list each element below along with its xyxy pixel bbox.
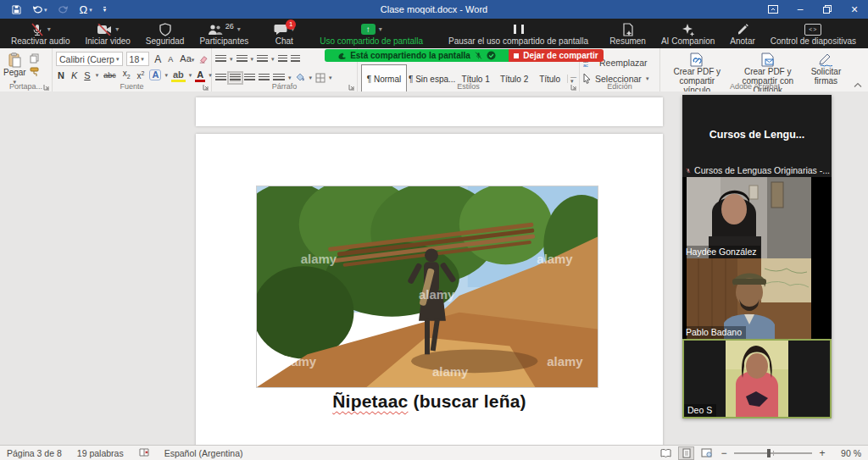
font-color-button[interactable]: A	[195, 70, 205, 80]
minimize-button[interactable]: –	[787, 0, 814, 19]
align-right-icon[interactable]	[244, 74, 255, 82]
undo-button[interactable]: ▾	[32, 5, 47, 14]
zoom-percentage[interactable]: 90 %	[832, 448, 861, 458]
strikethrough-button[interactable]: abc	[102, 69, 118, 81]
screen-share-title: Cursos de Lengu...	[682, 129, 832, 141]
caption-misspelled-word[interactable]: Ñipetaac	[332, 391, 408, 411]
close-button[interactable]: ×	[841, 0, 868, 19]
numbered-list-icon[interactable]	[236, 55, 248, 64]
clear-formatting-icon[interactable]	[199, 54, 209, 64]
customize-qat-button[interactable]: ▾	[103, 7, 107, 13]
redo-button[interactable]	[58, 5, 69, 14]
styles-dialog-launcher[interactable]	[570, 84, 577, 91]
share-screen-button[interactable]: ↑ ▾ Uso compartido de pantalla	[308, 19, 435, 48]
video-tile-haydee[interactable]: Haydée González	[682, 177, 832, 258]
zoom-out-button[interactable]: −	[720, 447, 728, 459]
video-options-chevron[interactable]: ▾	[115, 25, 119, 33]
borders-icon[interactable]	[315, 73, 326, 83]
summary-button[interactable]: Resumen	[602, 19, 654, 48]
symbol-button[interactable]: Ω ▾	[80, 4, 92, 15]
print-layout-button[interactable]	[679, 447, 693, 459]
undo-dropdown[interactable]: ▾	[44, 7, 47, 13]
shading-icon[interactable]	[295, 73, 306, 83]
page-indicator[interactable]: Página 3 de 8	[7, 448, 70, 458]
security-button[interactable]: Seguridad	[138, 19, 192, 48]
pdf-link-icon	[689, 53, 704, 67]
collapse-ribbon-chevron[interactable]	[854, 82, 862, 88]
pencil-icon	[737, 23, 749, 36]
web-layout-button[interactable]	[699, 447, 714, 459]
bold-button[interactable]: N	[56, 69, 66, 81]
muted-mic-indicator-icon	[686, 166, 691, 175]
justify-icon[interactable]	[259, 74, 270, 82]
proofing-status-button[interactable]	[131, 447, 157, 459]
highlight-button[interactable]: ab	[171, 70, 186, 80]
meeting-participants-panel: Cursos de Lengu... Cursos de Lenguas Ori…	[682, 95, 832, 418]
save-button[interactable]	[12, 5, 21, 14]
chat-button[interactable]: ▾ 1 Chat	[260, 19, 308, 48]
share-screen-icon: ↑	[361, 24, 376, 35]
undo-icon	[32, 5, 42, 14]
participants-chevron[interactable]: ▾	[237, 25, 241, 33]
underline-dropdown[interactable]: ▾	[96, 72, 99, 79]
video-tile-pablo[interactable]: Pablo Badano	[682, 258, 832, 339]
superscript-button[interactable]: x2	[136, 68, 147, 82]
document-page[interactable]: alamy alamy alamy alamy alamy alamy Ñipe…	[196, 134, 663, 446]
annotate-button[interactable]: Anotar	[722, 19, 762, 48]
unmute-audio-button[interactable]: ▾ Reactivar audio	[3, 19, 77, 48]
change-case-button[interactable]: Aa▾	[178, 53, 196, 66]
ribbon-display-options-button[interactable]	[760, 0, 787, 19]
zoom-slider[interactable]	[734, 452, 812, 454]
bullet-list-icon[interactable]	[215, 55, 226, 64]
slide-control-button[interactable]: <> Control de diapositivas	[763, 19, 864, 48]
zoom-slider-thumb[interactable]	[767, 449, 771, 457]
align-center-icon[interactable]	[230, 74, 241, 82]
slide-control-icon: <>	[804, 24, 821, 36]
font-family-select[interactable]: Calibri (Cuerpo▾	[56, 52, 123, 66]
multilevel-list-icon[interactable]	[257, 55, 268, 64]
italic-button[interactable]: K	[70, 69, 79, 81]
document-canvas[interactable]: alamy alamy alamy alamy alamy alamy Ñipe…	[0, 91, 868, 446]
format-painter-icon[interactable]	[30, 67, 41, 77]
symbol-dropdown[interactable]: ▾	[89, 7, 92, 13]
zoom-in-button[interactable]: +	[818, 447, 826, 459]
camera-muted-icon	[97, 24, 112, 36]
grow-font-button[interactable]: A	[153, 53, 163, 65]
video-tile-deo-active-speaker[interactable]: Deo S	[682, 339, 832, 418]
document-page-previous[interactable]	[196, 97, 663, 126]
align-left-icon[interactable]	[215, 74, 226, 82]
subscript-button[interactable]: x2	[121, 68, 132, 83]
read-mode-button[interactable]	[659, 447, 673, 459]
pause-share-button[interactable]: Pausar el uso compartido de pantalla	[435, 19, 602, 48]
shrink-font-button[interactable]: A	[166, 53, 175, 65]
ai-companion-button[interactable]: AI Companion	[654, 19, 722, 48]
stop-share-button[interactable]: Dejar de compartir	[509, 49, 604, 62]
start-video-button[interactable]: ▾ Iniciar video	[77, 19, 137, 48]
select-dropdown[interactable]: ▾	[646, 75, 649, 82]
caption-rest[interactable]: (buscar leña)	[413, 391, 526, 411]
word-count[interactable]: 19 palabras	[70, 448, 131, 458]
document-caption[interactable]: Ñipetaac (buscar leña)	[196, 391, 663, 412]
screen-share-participant-name: Cursos de Lenguas Originarias -...	[694, 165, 830, 175]
language-indicator[interactable]: Español (Argentina)	[157, 448, 251, 458]
underline-button[interactable]: S	[82, 69, 92, 81]
paste-button[interactable]: Pegar ▾	[3, 50, 26, 86]
decrease-indent-icon[interactable]	[278, 55, 287, 64]
text-effects-button[interactable]: A	[149, 69, 161, 80]
audio-options-chevron[interactable]: ▾	[47, 25, 51, 33]
highlight-dropdown[interactable]: ▾	[189, 72, 192, 79]
document-photo[interactable]: alamy alamy alamy alamy alamy alamy	[256, 186, 598, 388]
restore-button[interactable]	[814, 0, 841, 19]
watermark: alamy	[432, 365, 469, 379]
font-dialog-launcher[interactable]	[203, 84, 209, 91]
font-size-select[interactable]: 18▾	[126, 52, 150, 66]
copy-icon[interactable]	[30, 53, 40, 64]
apps-button[interactable]: ▾ Aplicaciones	[864, 19, 868, 48]
share-screen-chevron[interactable]: ▾	[379, 25, 382, 33]
line-spacing-icon[interactable]	[273, 74, 285, 82]
increase-indent-icon[interactable]	[291, 55, 300, 64]
participants-button[interactable]: 26 ▾ Participantes	[192, 19, 260, 48]
clipboard-dialog-launcher[interactable]	[43, 84, 50, 91]
paragraph-dialog-launcher[interactable]	[348, 84, 355, 91]
screen-share-preview-tile[interactable]: Cursos de Lengu... Cursos de Lenguas Ori…	[682, 95, 832, 177]
